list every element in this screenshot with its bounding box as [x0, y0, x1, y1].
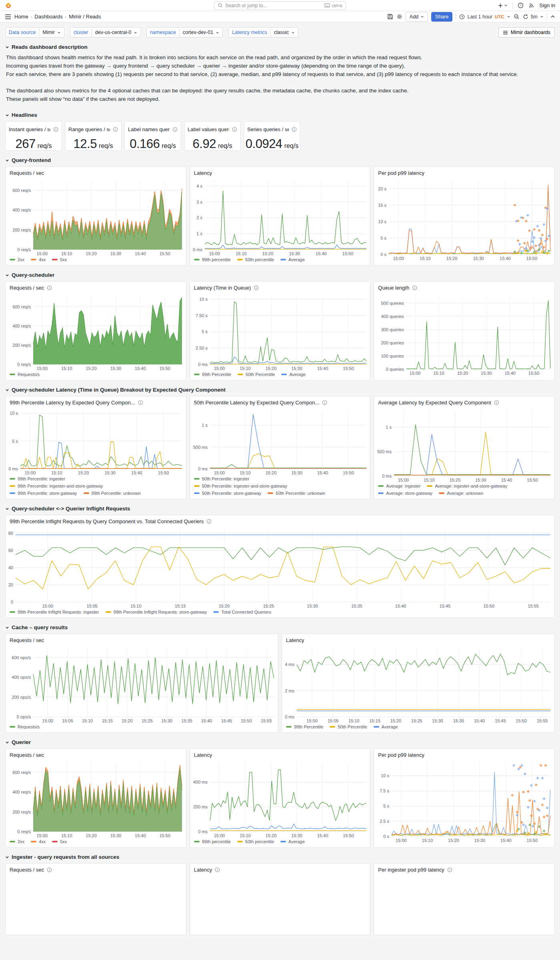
legend-item[interactable]: 5xx	[52, 257, 67, 262]
info-icon[interactable]	[254, 285, 259, 290]
chart-cq_req[interactable]: 15:0015:0515:1015:1515:2015:2515:3015:35…	[6, 644, 278, 724]
info-icon[interactable]	[494, 400, 499, 405]
chart-qf_lat[interactable]: 15:0015:1015:2015:3015:4015:500 ms1 s2 s…	[190, 177, 370, 257]
legend-item[interactable]: 99th Percentile Inflight Requests: store…	[106, 610, 207, 614]
add-menu-button[interactable]	[498, 3, 508, 8]
chart-q_req[interactable]: 15:0015:1015:2015:3015:4015:500 req/s200…	[6, 759, 186, 839]
legend-item[interactable]: Average	[280, 839, 305, 844]
legend-item[interactable]: 99th Percentile: unknown	[84, 491, 141, 496]
legend-item[interactable]: 50th percentile	[237, 839, 274, 844]
mimir-dashboards-button[interactable]: Mimir dashboards	[498, 27, 555, 38]
legend-item[interactable]: 50th Percentile: unknown	[268, 491, 325, 496]
search-input[interactable]: Search or jump to... ctrl+k	[214, 1, 346, 10]
save-dashboard-button[interactable]	[387, 14, 393, 20]
dashboard-settings-button[interactable]	[396, 14, 402, 20]
collapse-toolbar-icon[interactable]	[550, 14, 555, 19]
variable-latency-metrics[interactable]: Latency metrics classic	[228, 27, 298, 38]
section-headlines[interactable]: Headlines	[5, 112, 555, 118]
chart-ing_req[interactable]	[6, 874, 186, 931]
info-icon[interactable]	[113, 127, 118, 132]
breadcrumb-dashboards[interactable]: Dashboards	[34, 14, 62, 20]
chart-bavg[interactable]: 15:0015:1015:2015:3015:4015:500 ms500 ms…	[374, 407, 554, 483]
legend-item[interactable]: 4xx	[31, 839, 46, 844]
legend-item[interactable]: 2xx	[10, 257, 24, 262]
legend-item[interactable]: Requests/s	[10, 372, 40, 377]
info-icon[interactable]	[447, 867, 452, 872]
legend-item[interactable]: Average: unknown	[439, 491, 483, 496]
legend-item[interactable]: Total Connected Queriers	[213, 610, 271, 614]
section-querier[interactable]: Querier	[5, 739, 555, 745]
legend-item[interactable]: Average	[281, 372, 306, 377]
legend-item[interactable]: Average: ingester-and-store-gateway	[427, 484, 507, 488]
legend-item[interactable]: 99th Percentile: ingester	[10, 476, 65, 481]
menu-icon[interactable]	[5, 14, 11, 20]
legend-item[interactable]: 50th Percentile: ingester	[194, 476, 250, 481]
grafana-logo[interactable]	[5, 2, 12, 9]
chart-cq_lat[interactable]: 15:0015:0515:1015:1515:2015:2515:3015:35…	[282, 644, 554, 724]
legend-item[interactable]: 50th Percentile	[238, 372, 275, 377]
legend-item[interactable]: 99th percentile	[194, 839, 231, 844]
legend-item[interactable]: 2xx	[10, 839, 24, 844]
chart-qs_queue[interactable]: 15:0015:1015:2015:3015:4015:500 queries1…	[374, 292, 554, 376]
legend-item[interactable]: 50th percentile	[237, 257, 274, 262]
section-query-scheduler[interactable]: Query-scheduler	[5, 272, 555, 278]
legend-item[interactable]: 50th Percentile: store-gateway	[194, 491, 262, 496]
news-button[interactable]	[528, 2, 534, 8]
legend-item[interactable]: 99th percentile	[194, 257, 231, 262]
svg-text:200 req/s: 200 req/s	[12, 228, 31, 232]
info-icon[interactable]	[215, 867, 220, 872]
legend-item[interactable]: 99th Percentile: store-gateway	[10, 491, 77, 496]
chart-qs_req[interactable]: 15:0015:1015:2015:3015:4015:500 req/s200…	[6, 292, 186, 372]
info-icon[interactable]	[412, 285, 417, 290]
chart-q_lat[interactable]: 15:0015:1015:2015:3015:4015:500 ms200 ms…	[190, 759, 370, 839]
chart-inflight[interactable]: 15:0015:0515:1015:1515:2015:2515:3015:35…	[6, 526, 554, 609]
share-button[interactable]: Share	[431, 12, 452, 22]
legend-item[interactable]: 4xx	[31, 257, 46, 262]
info-icon[interactable]	[172, 127, 178, 132]
variable-datasource[interactable]: Data source Mimir	[5, 27, 64, 38]
refresh-button[interactable]: 5m	[523, 14, 544, 20]
help-button[interactable]: ?	[518, 2, 524, 8]
legend-item[interactable]: 50th Percentile	[330, 724, 367, 729]
legend-item[interactable]: 99th Percentile	[194, 372, 231, 377]
zoom-out-button[interactable]	[514, 14, 520, 20]
legend-item[interactable]: Average: ingester	[378, 484, 420, 488]
add-panel-button[interactable]: Add	[406, 12, 428, 22]
section-description[interactable]: Reads dashboard description	[5, 44, 555, 50]
info-icon[interactable]	[138, 400, 143, 405]
info-icon[interactable]	[292, 127, 297, 132]
info-icon[interactable]	[47, 285, 52, 290]
legend-item[interactable]: Average	[280, 257, 305, 262]
legend-item[interactable]: 5xx	[52, 839, 67, 844]
chart-ing_pod[interactable]	[374, 874, 554, 931]
legend-item[interactable]: Average	[374, 724, 398, 729]
section-breakout[interactable]: Query-scheduler Latency (Time in Queue) …	[5, 387, 555, 393]
chart-b99[interactable]: 15:0015:1015:2015:3015:4015:500 ms5 s10 …	[6, 407, 186, 476]
info-icon[interactable]	[232, 127, 237, 132]
chart-ing_lat[interactable]	[190, 874, 370, 931]
variable-namespace[interactable]: namespace cortex-dev-01	[146, 27, 223, 38]
info-icon[interactable]	[47, 867, 52, 872]
chart-qf_req[interactable]: 15:0015:1015:2015:3015:4015:500 req/s200…	[6, 177, 186, 257]
legend-item[interactable]: 99th Percentile: ingester-and-store-gate…	[10, 484, 103, 488]
info-icon[interactable]	[206, 519, 212, 524]
variable-cluster[interactable]: cluster dev-us-central-0	[70, 27, 141, 38]
legend-item[interactable]: Average: store-gateway	[378, 491, 432, 496]
section-ingester[interactable]: Ingester - query requests from all sourc…	[5, 854, 555, 860]
section-cache[interactable]: Cache – query results	[5, 624, 555, 630]
chart-b50[interactable]: 15:0015:1015:2015:3015:4015:500 ms500 ms…	[190, 407, 370, 476]
legend-item[interactable]: 99th Percentile Inflight Requests: inges…	[10, 610, 99, 614]
chart-q_pod[interactable]: 15:0015:1015:2015:3015:4015:500 s2.5 s5 …	[374, 759, 554, 844]
legend-item[interactable]: 50th Percentile: ingester-and-store-gate…	[194, 484, 287, 488]
chart-qs_lat[interactable]: 15:0015:1015:2015:3015:4015:500 ms2.50 s…	[190, 292, 370, 372]
legend-item[interactable]: Requests/s	[10, 724, 40, 729]
breadcrumb-home[interactable]: Home	[14, 14, 28, 20]
time-range-picker[interactable]: Last 1 hour UTC	[459, 14, 510, 20]
section-inflight[interactable]: Query-scheduler <-> Querier Inflight Req…	[5, 506, 555, 512]
legend-item[interactable]: 99th Percentile	[286, 724, 323, 729]
chart-qf_pod[interactable]: 15:0015:1015:2015:3015:4015:500 s5 s10 s…	[374, 177, 554, 262]
sign-in-link[interactable]: Sign in	[539, 2, 555, 8]
info-icon[interactable]	[53, 127, 58, 132]
section-query-frontend[interactable]: Query-frontend	[5, 157, 555, 163]
info-icon[interactable]	[322, 400, 327, 405]
